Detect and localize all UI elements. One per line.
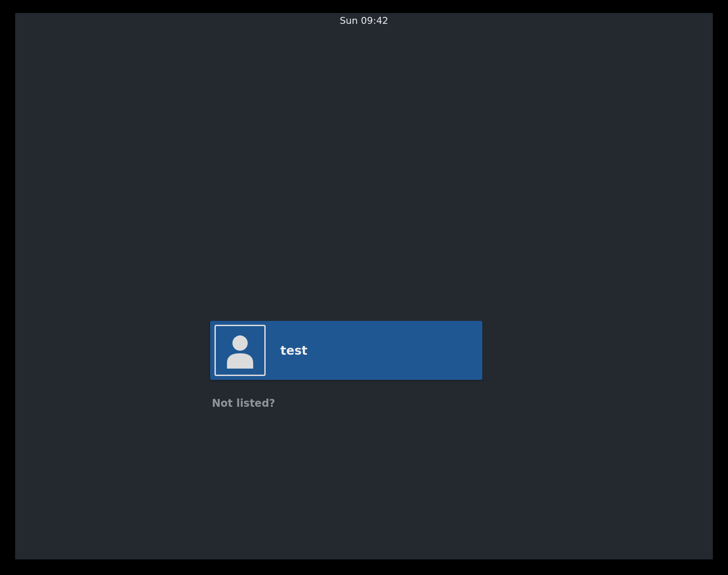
avatar-frame [214,325,266,376]
not-listed-container: Not listed? [212,397,483,409]
login-area: test Not listed? [210,321,483,409]
person-icon [222,332,258,369]
svg-point-0 [232,336,247,351]
user-entry-test[interactable]: test [210,321,482,380]
not-listed-link[interactable]: Not listed? [212,397,275,409]
login-screen: Sun 09:42 test Not listed? [15,13,713,559]
top-bar: Sun 09:42 [15,14,713,27]
clock[interactable]: Sun 09:42 [340,15,388,26]
username-label: test [280,343,307,358]
